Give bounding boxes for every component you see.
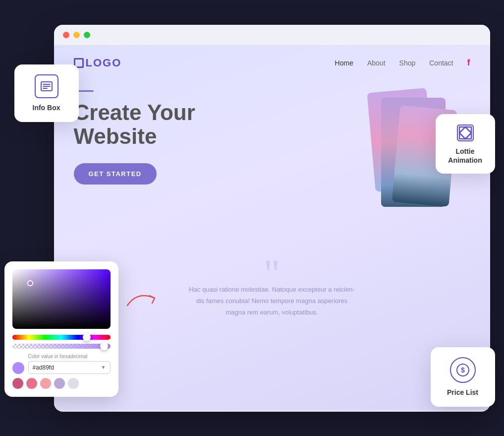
nav-item-about[interactable]: About: [367, 59, 386, 67]
quote-section: " Hac quasi ratione molestiae. Natoque e…: [54, 244, 490, 328]
nav-item-home[interactable]: Home: [335, 59, 353, 67]
info-box-label: Info Box: [33, 104, 60, 112]
hue-handle[interactable]: [83, 333, 91, 341]
lottie-label: Lottie Animation: [448, 147, 482, 164]
hex-label: Color value in hexadecimal: [28, 354, 111, 359]
opacity-handle[interactable]: [100, 342, 108, 350]
hex-chevron: ▼: [101, 365, 106, 370]
nav-item-shop[interactable]: Shop: [399, 59, 416, 67]
nav-item-contact[interactable]: Contact: [429, 59, 453, 67]
cta-button[interactable]: GET STARTED: [74, 163, 157, 185]
website: LOGO Home About Shop Contact f Create Yo…: [54, 46, 490, 410]
color-swatch-main: [12, 362, 24, 374]
price-list-label: Price List: [447, 388, 478, 396]
svg-text:$: $: [461, 366, 465, 374]
website-nav: LOGO Home About Shop Contact f: [54, 46, 490, 80]
hex-input-wrapper[interactable]: #ad89fd ▼: [28, 361, 111, 374]
lottie-icon: [447, 123, 484, 143]
browser-titlebar: [54, 25, 490, 46]
card-info-box: Info Box: [14, 64, 79, 122]
dot-green[interactable]: [84, 32, 90, 38]
swatches-row: [12, 378, 111, 389]
hex-value: #ad89fd: [33, 364, 98, 371]
hero-section: Create Your Website GET STARTED: [54, 80, 490, 244]
nav-links: Home About Shop Contact f: [335, 58, 470, 68]
quote-text: Hac quasi ratione molestiae. Natoque exc…: [188, 284, 356, 318]
color-canvas[interactable]: [12, 269, 111, 329]
swatch-3[interactable]: [40, 378, 51, 389]
swatch-4[interactable]: [54, 378, 65, 389]
color-canvas-handle[interactable]: [27, 280, 33, 286]
hero-title: Create Your Website: [74, 101, 242, 149]
card-price-list: $ Price List: [431, 347, 495, 407]
swatch-2[interactable]: [26, 378, 37, 389]
hero-left: Create Your Website GET STARTED: [74, 85, 242, 185]
hue-slider[interactable]: [12, 335, 111, 340]
browser-content: LOGO Home About Shop Contact f Create Yo…: [54, 46, 490, 410]
swatch-1[interactable]: [12, 378, 23, 389]
dot-yellow[interactable]: [73, 32, 80, 38]
card-lottie: Lottie Animation: [436, 114, 495, 174]
swatch-5[interactable]: [68, 378, 79, 389]
nav-social-facebook[interactable]: f: [467, 58, 470, 68]
scene: LOGO Home About Shop Contact f Create Yo…: [14, 15, 490, 422]
website-logo: LOGO: [74, 57, 122, 69]
info-box-icon: [35, 74, 58, 98]
price-list-icon: $: [450, 357, 476, 383]
card-color-picker: Color value in hexadecimal #ad89fd ▼: [4, 261, 118, 397]
browser-window: LOGO Home About Shop Contact f Create Yo…: [54, 25, 490, 412]
logo-label: LOGO: [86, 57, 122, 69]
dot-red[interactable]: [63, 32, 69, 38]
opacity-slider[interactable]: [12, 344, 111, 349]
